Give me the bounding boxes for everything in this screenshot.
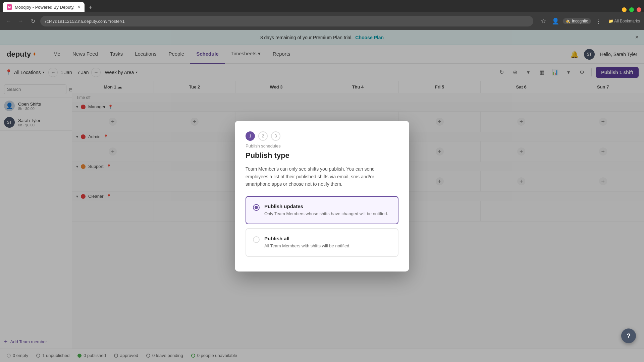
browser-actions: ☆ 👤 🕵 Incognito ⋮ 📁 All Bookmarks xyxy=(539,16,640,26)
publish-updates-radio[interactable] xyxy=(253,204,260,211)
tab-title: Moodjoy - Powered By Deputy. xyxy=(15,5,74,10)
forward-button[interactable]: → xyxy=(16,16,25,26)
publish-all-content: Publish all All Team Members with shifts… xyxy=(264,236,351,249)
tab-close-button[interactable]: × xyxy=(77,4,80,10)
publish-type-modal: 1 2 3 Publish schedules Publish type Tea… xyxy=(235,121,409,271)
modal-steps: 1 2 3 xyxy=(246,131,398,141)
minimize-button[interactable]: − xyxy=(622,7,627,12)
maximize-button[interactable]: □ xyxy=(629,7,634,12)
step-3: 3 xyxy=(271,131,280,141)
tab-favicon: M xyxy=(7,4,12,10)
step-2: 2 xyxy=(258,131,268,141)
browser-controls: ← → ↻ 7cf47d19112152.na.deputy.com/#rost… xyxy=(0,12,644,30)
new-tab-button[interactable]: + xyxy=(86,3,95,12)
browser-tabs: M Moodjoy - Powered By Deputy. × + − □ × xyxy=(0,0,644,12)
modal-description: Team Member's can only see shifts you pu… xyxy=(246,165,398,188)
bookmark-icon[interactable]: ☆ xyxy=(539,16,548,26)
modal-subtitle: Publish schedules xyxy=(246,143,398,148)
help-button[interactable]: ? xyxy=(621,328,636,343)
browser-tab[interactable]: M Moodjoy - Powered By Deputy. × xyxy=(3,2,85,12)
publish-updates-title: Publish updates xyxy=(264,203,388,209)
modal-title: Publish type xyxy=(246,151,398,160)
modal-overlay[interactable]: 1 2 3 Publish schedules Publish type Tea… xyxy=(0,30,644,362)
extensions-icon[interactable]: ⋮ xyxy=(594,16,603,26)
publish-updates-desc: Only Team Members whose shifts have chan… xyxy=(264,210,388,217)
publish-all-radio[interactable] xyxy=(253,236,260,243)
close-button[interactable]: × xyxy=(637,7,641,12)
url-text: 7cf47d19112152.na.deputy.com/#roster/1 xyxy=(44,19,125,24)
reload-button[interactable]: ↻ xyxy=(28,16,38,26)
browser-profile-icon[interactable]: 👤 xyxy=(551,16,560,26)
step-1: 1 xyxy=(246,131,255,141)
publish-updates-content: Publish updates Only Team Members whose … xyxy=(264,203,388,217)
window-controls: − □ × xyxy=(622,7,641,12)
publish-all-title: Publish all xyxy=(264,236,351,241)
back-button[interactable]: ← xyxy=(4,16,13,26)
browser-chrome: M Moodjoy - Powered By Deputy. × + − □ ×… xyxy=(0,0,644,30)
incognito-badge: 🕵 Incognito xyxy=(563,18,591,24)
address-bar[interactable]: 7cf47d19112152.na.deputy.com/#roster/1 xyxy=(40,16,533,26)
publish-updates-option[interactable]: Publish updates Only Team Members whose … xyxy=(246,196,398,225)
publish-all-desc: All Team Members with shifts will be not… xyxy=(264,243,351,249)
bookmarks-area: 📁 All Bookmarks xyxy=(608,19,640,23)
publish-all-option[interactable]: Publish all All Team Members with shifts… xyxy=(246,228,398,257)
